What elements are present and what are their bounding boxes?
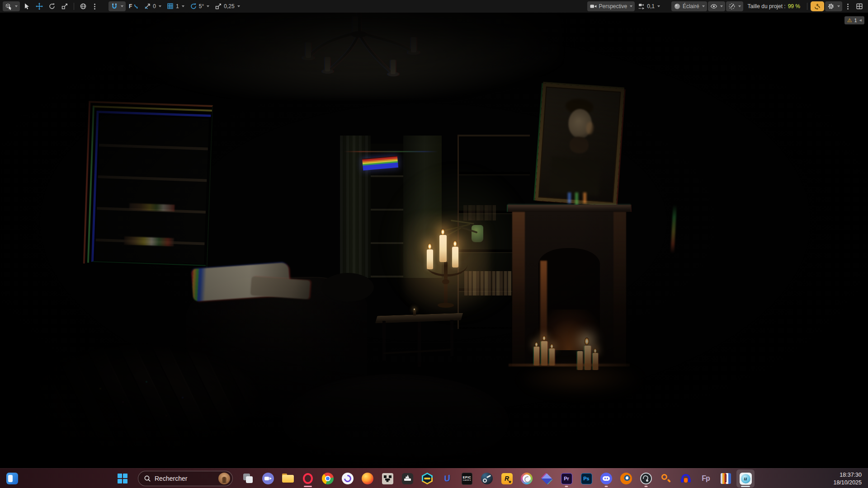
rotate-tool-button[interactable] [46,1,58,11]
video-call-icon [262,473,274,484]
scale-snap-value: 0,25 [224,3,234,9]
select-mode-button[interactable] [3,1,20,11]
taskbar-audacity-button[interactable] [677,469,695,488]
taskbar-firefox-button[interactable] [359,469,377,488]
surface-offset-icon [144,3,151,10]
epic-games-icon: EPIC GAMES [462,473,472,485]
chandelier [285,13,434,91]
grid-snap-button[interactable]: 1 [165,1,187,11]
level-viewport[interactable] [0,13,868,468]
viewport-menu-button[interactable] [843,1,853,11]
taskbar-blender-button[interactable] [617,469,635,488]
perspective-button[interactable]: Perspective [587,1,635,11]
select-tool-button[interactable] [21,1,33,11]
curtain-rod [344,151,438,152]
taskbar-ubisoft-color-button[interactable] [518,469,536,488]
quad-layout-button[interactable] [854,1,865,11]
project-size-indicator: Taille du projet : 99 % [744,3,804,9]
taskbar-signature-app-button[interactable]: U [438,469,456,488]
taskbar-discord-button[interactable] [597,469,615,488]
chevron-down-icon [657,5,660,7]
screen-percentage-button[interactable] [726,1,743,11]
taskbar-steam-button[interactable] [478,469,496,488]
snap-toggle-button[interactable] [108,1,126,11]
search-daily-image [218,473,230,484]
start-button[interactable] [113,469,132,488]
widgets-button[interactable] [6,473,18,484]
taskbar-glitch-app-button[interactable] [538,469,556,488]
taskbar-photoshop-button[interactable]: Ps [577,469,595,488]
grid-snap-value: 1 [176,3,179,9]
project-size-label: Taille du projet : [748,3,786,9]
mantel [508,205,631,212]
clock-date: 18/10/2025 [833,479,862,487]
scale-snap-icon [215,3,222,10]
hexagon-client-icon [422,473,433,484]
camera-speed-button[interactable]: 0,1 [636,1,662,11]
rotation-snap-icon [190,3,197,10]
taskbar-curseforge-button[interactable] [398,469,416,488]
snap-icon [111,3,118,10]
message-log-badge[interactable]: ⚠ 1 ◀ [844,16,864,24]
taskbar-premiere-button[interactable]: Pr [557,469,576,488]
taskbar-obs-button[interactable] [637,469,655,488]
chevron-down-icon [738,5,741,7]
taskbar-ubisoft-button[interactable] [339,469,357,488]
thermometer-icon [721,473,731,484]
taskbar-video-call-button[interactable] [259,469,277,488]
snap-hook-icon [134,4,138,9]
cabinet-shelves [95,115,209,264]
hearth-floor-glow [515,361,646,399]
search-label: Rechercher [155,475,215,482]
taskbar-file-explorer-button[interactable] [279,469,297,488]
scale-tool-button[interactable] [59,1,71,11]
candelabra [424,235,469,323]
taskbar-epic-games-button[interactable]: EPIC GAMES [458,469,476,488]
surface-snap-button[interactable]: F [127,1,141,11]
ubisoft-connect-color-icon [521,473,533,484]
system-clock[interactable]: 18:37:30 18/10/2025 [833,471,862,487]
taskbar-opera-gx-button[interactable] [299,469,317,488]
steam-icon [481,473,493,484]
widgets-icon [8,475,13,482]
lit-sphere-icon [674,3,681,10]
search-box[interactable]: Rechercher [138,471,233,486]
obs-studio-icon [640,473,652,484]
move-tool-button[interactable] [33,1,45,11]
taskbar-fp-app-button[interactable]: Fp [697,469,715,488]
rotation-snap-button[interactable]: 5° [188,1,212,11]
blender-icon [620,473,632,484]
active-indicator [741,486,750,487]
world-space-button[interactable] [77,1,89,11]
taskbar-chrome-button[interactable] [319,469,337,488]
candle-flame [441,229,445,235]
surface-offset-button[interactable]: 0 [142,1,164,11]
move-icon [36,3,43,10]
warning-icon: ⚠ [847,18,852,23]
orange-magnifier-icon [660,473,671,484]
candle-flame [453,240,457,247]
candle-flame [428,243,432,250]
discord-icon [600,473,612,484]
taskbar-core-temp-button[interactable] [717,469,735,488]
taskbar-minecraft-button[interactable] [378,469,396,488]
taskbar-game-client-button[interactable] [418,469,436,488]
taskbar-search-tool-button[interactable] [657,469,675,488]
chevron-down-icon [237,5,240,7]
chevron-down-icon [630,5,632,7]
table-candlestick [413,310,416,315]
view-mode-button[interactable]: Éclairé [671,1,707,11]
transform-options-button[interactable] [90,1,99,11]
performance-warning-button[interactable] [811,1,824,11]
viewport-settings-button[interactable] [825,1,842,11]
task-view-button[interactable] [239,469,257,488]
taskbar-unreal-engine-button[interactable]: u [736,469,755,488]
ubisoft-connect-icon [342,473,354,484]
show-flags-button[interactable] [708,1,725,11]
project-size-value: 99 % [788,3,800,9]
taskbar-rockstar-button[interactable]: R ★ [498,469,516,488]
chevron-down-icon [121,5,123,7]
candle [439,235,447,262]
chevron-down-icon [837,5,840,7]
scale-snap-button[interactable]: 0,25 [212,1,242,11]
